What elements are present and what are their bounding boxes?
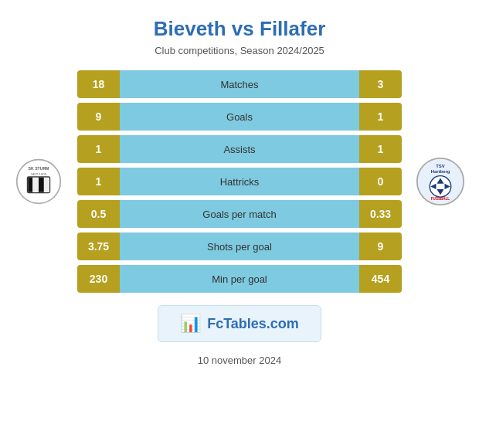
stat-row: 1Assists1 — [77, 135, 402, 163]
stat-label: Shots per goal — [120, 232, 359, 260]
svg-rect-7 — [39, 178, 44, 192]
watermark-text: FcTables.com — [207, 316, 299, 332]
svg-rect-6 — [32, 178, 39, 192]
page-title: Bieveth vs Fillafer — [154, 17, 326, 41]
stat-row: 18Matches3 — [77, 70, 402, 98]
stat-left-value: 0.5 — [77, 200, 120, 228]
svg-rect-8 — [44, 178, 49, 192]
stat-right-value: 3 — [359, 70, 402, 98]
stat-right-value: 0 — [359, 168, 402, 195]
stat-row: 1Hattricks0 — [77, 168, 402, 195]
watermark-section: 📊 FcTables.com 10 november 2024 — [158, 305, 321, 366]
stat-left-value: 18 — [77, 70, 120, 98]
stat-row: 3.75Shots per goal9 — [77, 232, 402, 260]
stat-label: Assists — [120, 135, 359, 163]
stat-label: Matches — [120, 70, 359, 98]
stat-left-value: 230 — [77, 265, 120, 293]
stat-left-value: 9 — [77, 103, 120, 131]
stat-right-value: 9 — [359, 232, 402, 260]
svg-text:TSV: TSV — [436, 164, 445, 168]
stat-row: 9Goals1 — [77, 103, 402, 131]
stats-section: SK STURM SEIT 1909 18Matches39Goals11Ass… — [0, 70, 479, 293]
logo-right: TSV Hartberg FUSSBALL — [402, 157, 479, 206]
svg-rect-5 — [28, 178, 32, 192]
stats-rows: 18Matches39Goals11Assists11Hattricks00.5… — [77, 70, 402, 293]
svg-text:FUSSBALL: FUSSBALL — [431, 197, 450, 201]
svg-text:SK STURM: SK STURM — [29, 166, 49, 171]
logo-left: SK STURM SEIT 1909 — [0, 158, 77, 205]
stat-right-value: 454 — [359, 265, 402, 293]
watermark-box: 📊 FcTables.com — [158, 305, 321, 342]
stat-label: Goals — [120, 103, 359, 131]
watermark-icon: 📊 — [180, 314, 201, 334]
stat-label: Hattricks — [120, 168, 359, 195]
svg-text:Hartberg: Hartberg — [431, 169, 450, 174]
stat-label: Min per goal — [120, 265, 359, 293]
stat-left-value: 3.75 — [77, 232, 120, 260]
footer-date: 10 november 2024 — [198, 355, 281, 366]
stat-row: 230Min per goal454 — [77, 265, 402, 293]
stat-label: Goals per match — [120, 200, 359, 228]
stat-right-value: 0.33 — [359, 200, 402, 228]
stat-left-value: 1 — [77, 135, 120, 163]
stat-row: 0.5Goals per match0.33 — [77, 200, 402, 228]
stat-left-value: 1 — [77, 168, 120, 195]
subtitle: Club competitions, Season 2024/2025 — [155, 45, 324, 56]
svg-text:SEIT 1909: SEIT 1909 — [31, 172, 47, 176]
stat-right-value: 1 — [359, 135, 402, 163]
stat-right-value: 1 — [359, 103, 402, 131]
